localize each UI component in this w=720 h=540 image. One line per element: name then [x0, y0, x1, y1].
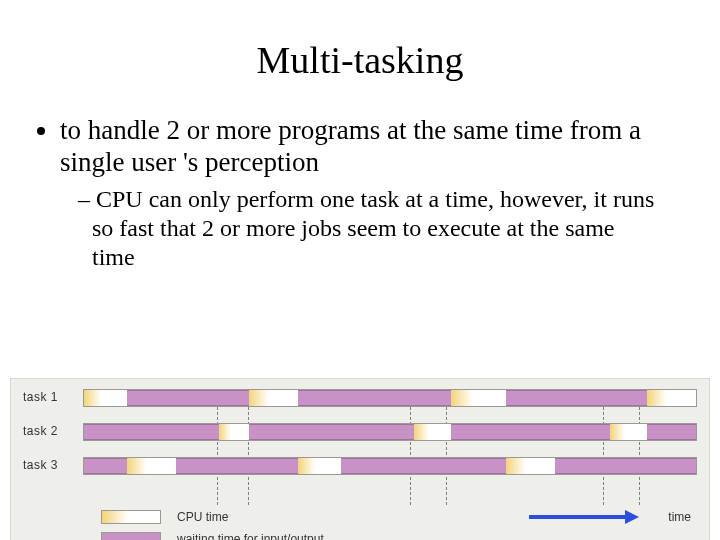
segment-cpu — [219, 424, 250, 440]
bullet-main-text: to handle 2 or more programs at the same… — [60, 115, 641, 177]
context-switch-line — [446, 397, 447, 505]
segment-wait — [127, 390, 249, 406]
legend: CPU time waiting time for input/output t… — [101, 506, 709, 540]
task-row: task 1 — [23, 389, 697, 409]
task-label: task 1 — [23, 390, 75, 404]
segment-cpu — [298, 458, 341, 474]
time-arrow-icon — [529, 510, 639, 524]
legend-wait-label: waiting time for input/output — [177, 532, 324, 540]
swatch-cpu — [101, 510, 161, 524]
context-switch-line — [410, 397, 411, 505]
context-switch-line — [603, 397, 604, 505]
segment-wait — [451, 424, 610, 440]
context-switch-line — [639, 397, 640, 505]
slide: Multi-tasking to handle 2 or more progra… — [0, 38, 720, 540]
bullet-sub-text: CPU can only perform one task at a time,… — [78, 185, 660, 273]
timing-diagram: task 1 task 2 task 3 CPU time waiting ti… — [10, 378, 710, 540]
time-axis-label: time — [668, 510, 691, 524]
swatch-wait — [101, 532, 161, 540]
segment-wait — [84, 458, 127, 474]
task-row: task 3 — [23, 457, 697, 477]
segment-cpu — [84, 390, 127, 406]
bullet-main: to handle 2 or more programs at the same… — [60, 114, 660, 273]
task-bar — [83, 423, 697, 441]
segment-cpu — [647, 390, 696, 406]
segment-cpu — [506, 458, 555, 474]
segment-wait — [298, 390, 451, 406]
segment-cpu — [451, 390, 506, 406]
segment-wait — [647, 424, 696, 440]
sub-bullet-list: CPU can only perform one task at a time,… — [60, 185, 660, 273]
segment-wait — [249, 424, 414, 440]
context-switch-line — [248, 397, 249, 505]
legend-cpu-label: CPU time — [177, 510, 228, 524]
segment-cpu — [249, 390, 298, 406]
task-row: task 2 — [23, 423, 697, 443]
segment-cpu — [610, 424, 647, 440]
context-switch-lines — [85, 397, 687, 505]
segment-cpu — [414, 424, 451, 440]
segment-wait — [555, 458, 696, 474]
task-rows: task 1 task 2 task 3 — [23, 389, 697, 504]
bullet-list: to handle 2 or more programs at the same… — [60, 114, 720, 273]
segment-wait — [506, 390, 647, 406]
segment-wait — [84, 424, 219, 440]
segment-wait — [176, 458, 298, 474]
task-bar — [83, 389, 697, 407]
task-label: task 3 — [23, 458, 75, 472]
segment-wait — [341, 458, 506, 474]
task-bar — [83, 457, 697, 475]
segment-cpu — [127, 458, 176, 474]
task-label: task 2 — [23, 424, 75, 438]
slide-title: Multi-tasking — [0, 38, 720, 82]
context-switch-line — [217, 397, 218, 505]
legend-wait: waiting time for input/output — [101, 528, 709, 540]
